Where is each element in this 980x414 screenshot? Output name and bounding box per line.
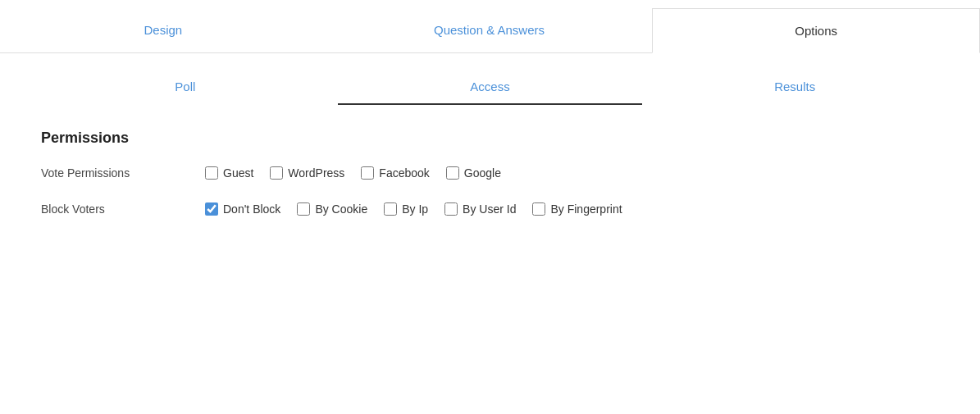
checkbox-by-ip[interactable]: By Ip: [384, 202, 428, 216]
subtab-results[interactable]: Results: [642, 70, 947, 105]
section-title: Permissions: [41, 130, 939, 147]
subtab-poll[interactable]: Poll: [33, 70, 338, 105]
google-label: Google: [464, 166, 501, 180]
checkbox-facebook[interactable]: Facebook: [361, 166, 429, 180]
checkbox-by-fingerprint[interactable]: By Fingerprint: [532, 202, 622, 216]
wordpress-label: WordPress: [288, 166, 344, 180]
content-area: Permissions Vote Permissions Guest WordP…: [0, 105, 980, 263]
guest-checkbox[interactable]: [205, 166, 218, 180]
main-tabs: Design Question & Answers Options: [0, 8, 980, 53]
google-checkbox[interactable]: [446, 166, 459, 180]
block-voters-label: Block Voters: [41, 202, 205, 216]
by-fingerprint-label: By Fingerprint: [550, 202, 622, 216]
vote-permissions-group: Guest WordPress Facebook Google: [205, 166, 501, 180]
dont-block-checkbox[interactable]: [205, 202, 218, 216]
checkbox-by-cookie[interactable]: By Cookie: [297, 202, 367, 216]
sub-tabs: Poll Access Results: [0, 70, 980, 105]
block-voters-row: Block Voters Don't Block By Cookie By Ip…: [41, 202, 939, 216]
tab-design[interactable]: Design: [0, 8, 326, 53]
checkbox-guest[interactable]: Guest: [205, 166, 253, 180]
by-user-id-label: By User Id: [463, 202, 516, 216]
by-ip-checkbox[interactable]: [384, 202, 397, 216]
vote-permissions-row: Vote Permissions Guest WordPress Faceboo…: [41, 166, 939, 180]
block-voters-group: Don't Block By Cookie By Ip By User Id B…: [205, 202, 622, 216]
facebook-checkbox[interactable]: [361, 166, 374, 180]
tab-qa[interactable]: Question & Answers: [326, 8, 653, 53]
dont-block-label: Don't Block: [223, 202, 280, 216]
by-fingerprint-checkbox[interactable]: [532, 202, 545, 216]
guest-label: Guest: [223, 166, 253, 180]
vote-permissions-label: Vote Permissions: [41, 166, 205, 180]
wordpress-checkbox[interactable]: [270, 166, 283, 180]
tab-options[interactable]: Options: [652, 8, 980, 53]
by-user-id-checkbox[interactable]: [444, 202, 458, 216]
by-cookie-label: By Cookie: [315, 202, 367, 216]
subtab-access[interactable]: Access: [338, 70, 643, 105]
by-cookie-checkbox[interactable]: [297, 202, 310, 216]
by-ip-label: By Ip: [402, 202, 428, 216]
checkbox-wordpress[interactable]: WordPress: [270, 166, 344, 180]
checkbox-by-user-id[interactable]: By User Id: [444, 202, 516, 216]
checkbox-google[interactable]: Google: [446, 166, 501, 180]
checkbox-dont-block[interactable]: Don't Block: [205, 202, 280, 216]
facebook-label: Facebook: [379, 166, 429, 180]
